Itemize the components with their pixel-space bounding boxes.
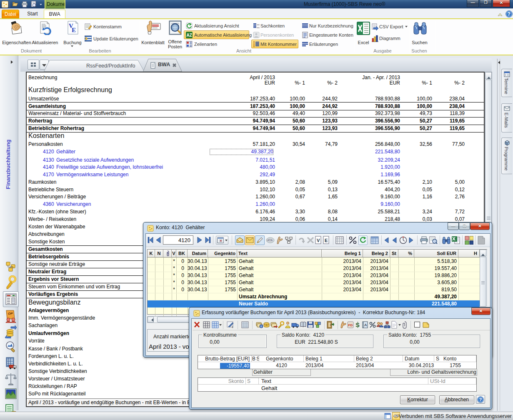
svg-text:AZ: AZ (187, 33, 192, 38)
svg-text:FD: FD (348, 323, 353, 327)
svg-text:?: ? (508, 11, 510, 17)
svg-text:E: E (72, 27, 76, 33)
svg-text:?: ? (479, 397, 482, 402)
svg-text:xxx: xxx (257, 23, 260, 26)
svg-text:V: V (317, 238, 320, 243)
svg-text:xxx: xxx (257, 26, 260, 29)
svg-text:ATA: ATA (267, 239, 273, 242)
svg-text:OP: OP (8, 312, 13, 315)
svg-text:A: A (364, 323, 367, 327)
svg-text:E: E (325, 238, 328, 243)
svg-text:i: i (261, 325, 262, 328)
svg-text:1: 1 (232, 325, 233, 328)
